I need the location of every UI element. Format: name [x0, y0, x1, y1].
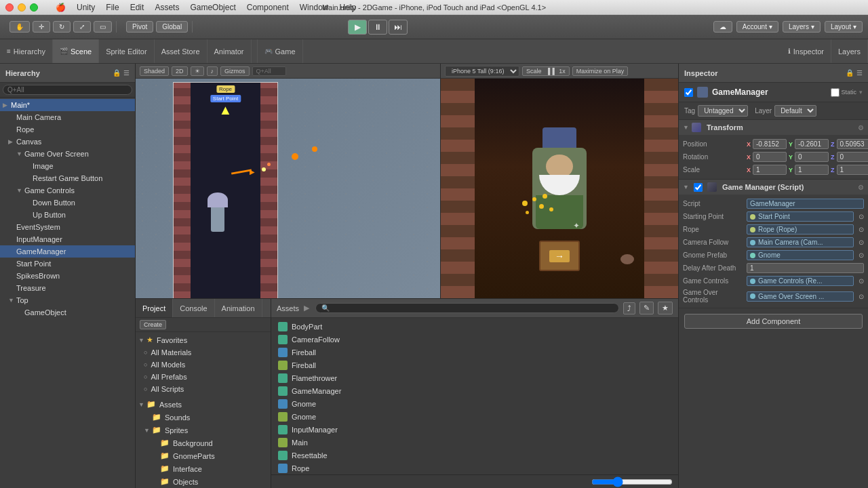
scale-z-input[interactable]: [837, 165, 868, 175]
tab-sprite-editor[interactable]: Sprite Editor: [99, 39, 155, 63]
shaded-dropdown[interactable]: Shaded: [140, 66, 169, 76]
add-component-button[interactable]: Add Component: [684, 314, 863, 329]
pivot-button[interactable]: Pivot: [126, 21, 153, 33]
rotate-tool[interactable]: ↻: [53, 21, 71, 33]
scene-viewport[interactable]: Rope Start Point ▲ ▶: [136, 79, 440, 298]
game-controls-ref[interactable]: Game Controls (Re...: [747, 276, 854, 286]
starting-point-ref[interactable]: Start Point: [747, 211, 854, 222]
tree-item-image[interactable]: Image: [0, 160, 135, 172]
tab-inspector[interactable]: ℹ Inspector: [781, 39, 831, 63]
folder-sprites[interactable]: ▼ 📁 Sprites: [136, 424, 271, 436]
gm-header[interactable]: ▼ Game Manager (Script) ⚙: [679, 180, 868, 195]
maximize-button[interactable]: [30, 3, 38, 12]
create-button[interactable]: Create: [140, 320, 166, 329]
script-ref[interactable]: GameManager: [747, 199, 864, 209]
all-materials[interactable]: ○ All Materials: [136, 346, 271, 359]
asset-resettable[interactable]: Resettable: [274, 449, 675, 462]
tree-item-main-camera[interactable]: Main Camera: [0, 111, 135, 123]
scale-y-input[interactable]: [795, 165, 829, 175]
all-prefabs[interactable]: ○ All Prefabs: [136, 371, 271, 383]
tree-item-gamemanager[interactable]: GameManager: [0, 245, 135, 258]
assets-search-input[interactable]: [315, 303, 619, 313]
lighting-button[interactable]: ☀: [191, 66, 204, 76]
folder-interface[interactable]: 📁 Interface: [136, 462, 271, 475]
rope-pick[interactable]: ⊙: [859, 226, 864, 233]
obj-active-checkbox[interactable]: [684, 88, 693, 97]
asset-bodypart[interactable]: BodyPart: [274, 321, 675, 333]
inspector-lock-icon[interactable]: 🔒: [846, 69, 854, 77]
asset-main[interactable]: Main: [274, 436, 675, 449]
assets-btn-2[interactable]: ✎: [639, 302, 654, 314]
scene-search[interactable]: [252, 66, 286, 76]
tree-item-up-btn[interactable]: Up Button: [0, 209, 135, 221]
pause-button[interactable]: ⏸: [368, 20, 387, 35]
favorites-folder[interactable]: ▼ ★ Favorites: [136, 333, 271, 346]
tab-game[interactable]: 🎮 Game: [257, 39, 303, 63]
game-viewport[interactable]: → ✦: [441, 79, 678, 298]
pos-z-input[interactable]: [837, 139, 868, 149]
menu-component[interactable]: Component: [247, 3, 289, 12]
tab-console[interactable]: Console: [173, 299, 214, 317]
maximize-play-btn[interactable]: Maximize on Play: [572, 66, 629, 76]
game-controls-pick[interactable]: ⊙: [859, 277, 864, 285]
asset-gamemanager[interactable]: GameManager: [274, 385, 675, 397]
gm-settings-icon[interactable]: ⚙: [858, 184, 864, 191]
menu-edit[interactable]: Edit: [130, 3, 144, 12]
tab-animator[interactable]: Animator: [208, 39, 252, 63]
menu-file[interactable]: File: [106, 3, 119, 12]
tree-item-startpoint[interactable]: Start Point: [0, 258, 135, 270]
folder-gnome-parts[interactable]: 📁 GnomeParts: [136, 449, 271, 462]
zoom-slider[interactable]: [591, 476, 673, 487]
tree-item-inputmanager[interactable]: InputManager: [0, 233, 135, 245]
hierarchy-menu-icon[interactable]: ☰: [123, 69, 130, 77]
gm-enable-checkbox[interactable]: [694, 183, 703, 192]
2d-button[interactable]: 2D: [172, 66, 188, 76]
move-tool[interactable]: ✛: [33, 21, 50, 33]
starting-point-pick[interactable]: ⊙: [859, 213, 864, 220]
tag-select[interactable]: Untagged: [698, 105, 748, 117]
tree-item-restart[interactable]: Restart Game Button: [0, 172, 135, 184]
tab-animation[interactable]: Animation: [215, 299, 262, 317]
camera-follow-pick[interactable]: ⊙: [859, 239, 864, 246]
gnome-prefab-pick[interactable]: ⊙: [859, 251, 864, 259]
folder-objects[interactable]: 📁 Objects: [136, 475, 271, 488]
transform-settings-icon[interactable]: ⚙: [858, 124, 864, 131]
delay-death-input[interactable]: [747, 263, 864, 273]
hierarchy-lock-icon[interactable]: 🔒: [113, 69, 121, 77]
layer-select[interactable]: Default: [774, 105, 816, 117]
gizmos-button[interactable]: Gizmos: [220, 66, 250, 76]
layers-button[interactable]: Layers ▾: [783, 21, 821, 33]
folder-background[interactable]: 📁 Background: [136, 436, 271, 449]
rot-z-input[interactable]: [837, 152, 868, 162]
asset-camerafollow[interactable]: CameraFollow: [274, 333, 675, 346]
tree-item-top[interactable]: ▼ Top: [0, 294, 135, 306]
assets-btn-1[interactable]: ⤴: [623, 302, 635, 314]
tree-item-eventsystem[interactable]: EventSystem: [0, 221, 135, 233]
menu-gameobject[interactable]: GameObject: [190, 3, 235, 12]
tree-item-game-over[interactable]: ▼ Game Over Screen: [0, 148, 135, 160]
camera-follow-ref[interactable]: Main Camera (Cam...: [747, 237, 854, 247]
asset-flamethrower[interactable]: Flamethrower: [274, 372, 675, 384]
all-models[interactable]: ○ All Models: [136, 359, 271, 371]
rot-x-input[interactable]: [753, 152, 787, 162]
close-button[interactable]: [5, 3, 14, 12]
scale-x-input[interactable]: [753, 165, 787, 175]
tree-item-game-controls[interactable]: ▼ Game Controls: [0, 184, 135, 197]
menu-assets[interactable]: Assets: [155, 3, 179, 12]
audio-button[interactable]: ♪: [207, 66, 218, 76]
rope-ref[interactable]: Rope (Rope): [747, 224, 854, 235]
tree-item-treasure[interactable]: Treasure: [0, 282, 135, 294]
asset-rope-prefab[interactable]: Rope: [274, 462, 675, 474]
rect-tool[interactable]: ▭: [94, 21, 112, 33]
all-scripts[interactable]: ○ All Scripts: [136, 383, 271, 395]
asset-fireball-scene[interactable]: Fireball: [274, 359, 675, 371]
tree-item-gameobject[interactable]: GameObject: [0, 306, 135, 319]
pos-y-input[interactable]: [795, 139, 829, 149]
scale-tool[interactable]: ⤢: [73, 21, 91, 33]
tab-project[interactable]: Project: [136, 299, 173, 317]
asset-inputmanager[interactable]: InputManager: [274, 424, 675, 436]
menu-apple[interactable]: 🍎: [56, 3, 66, 12]
static-checkbox[interactable]: [831, 88, 840, 97]
tree-item-spikes[interactable]: SpikesBrown: [0, 270, 135, 282]
game-over-pick[interactable]: ⊙: [859, 293, 864, 300]
